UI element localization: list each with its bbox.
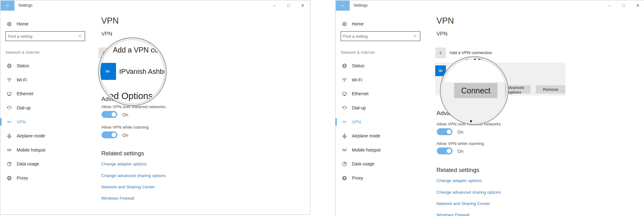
nav-label: Airplane mode	[352, 133, 380, 138]
sidebar-item-home[interactable]: Home	[0, 19, 92, 29]
metered-toggle[interactable]	[102, 111, 117, 118]
magnified-add-vpn-label: Add a VPN connection	[113, 46, 164, 54]
search-box[interactable]	[5, 31, 85, 41]
titlebar: Settings – □ ✕	[0, 0, 310, 11]
back-arrow-icon	[340, 3, 346, 8]
nav-label: Wi-Fi	[17, 77, 27, 82]
dialup-icon	[342, 105, 347, 111]
link-change-advanced-sharing[interactable]: Change advanced sharing options	[436, 190, 501, 195]
magnifier-content: Add a VPN connection IPVanish Ashburn Ad…	[100, 40, 164, 104]
back-button[interactable]	[336, 1, 350, 11]
search-input[interactable]	[6, 34, 77, 39]
sidebar-item-mobile-hotspot[interactable]: Mobile hotspot	[0, 143, 92, 157]
gear-icon	[342, 21, 347, 27]
sidebar-item-status[interactable]: Status	[336, 59, 427, 73]
sidebar-item-ethernet[interactable]: Ethernet	[336, 87, 427, 101]
sidebar-item-proxy[interactable]: Proxy	[0, 171, 92, 185]
nav-label: Data usage	[352, 161, 375, 166]
sidebar-item-wifi[interactable]: Wi-Fi	[0, 73, 92, 87]
nav-label: Ethernet	[17, 91, 33, 96]
roaming-toggle[interactable]	[437, 147, 452, 154]
sidebar-section-label: Network & Internet	[341, 50, 375, 55]
titlebar: Settings – □ ✕	[336, 0, 644, 11]
related-settings-heading: Related settings	[101, 150, 144, 157]
minimize-icon: –	[273, 3, 275, 8]
roaming-toggle-label: Allow VPN while roaming	[101, 125, 149, 130]
search-box[interactable]	[341, 31, 420, 41]
dialup-icon	[7, 105, 12, 111]
nav-label: Dial-up	[17, 105, 31, 110]
sidebar-nav: Status Wi-Fi Ethernet Dial-up VPN Airpla…	[0, 59, 92, 185]
link-change-adapter-options[interactable]: Change adapter options	[436, 178, 482, 183]
sidebar-item-data-usage[interactable]: Data usage	[336, 157, 427, 171]
search-icon	[77, 34, 83, 38]
link-windows-firewall[interactable]: Windows Firewall	[436, 213, 469, 216]
sidebar-item-proxy[interactable]: Proxy	[336, 171, 427, 185]
close-button[interactable]: ✕	[631, 0, 644, 11]
window-controls: – □ ✕	[602, 0, 644, 11]
roaming-toggle-state: On	[122, 133, 128, 138]
add-vpn-button[interactable]: +	[435, 47, 446, 58]
hotspot-icon	[342, 147, 347, 152]
wifi-icon	[342, 77, 347, 82]
sidebar: Home Network & Internet Status Wi-Fi Eth…	[0, 11, 92, 214]
vpn-icon	[438, 67, 443, 74]
minimize-icon: –	[608, 3, 611, 8]
sidebar-item-home[interactable]: Home	[336, 19, 427, 29]
magnified-connection-name: IPVanish Ashburn	[463, 59, 504, 62]
sidebar-item-dialup[interactable]: Dial-up	[336, 101, 427, 115]
home-label: Home	[352, 21, 364, 26]
magnifier-circle-left: Add a VPN connection IPVanish Ashburn Ad…	[99, 38, 166, 105]
window-controls: – □ ✕	[267, 0, 310, 11]
magnified-connection-name[interactable]: IPVanish Ashburn	[119, 68, 164, 76]
sidebar-item-mobile-hotspot[interactable]: Mobile hotspot	[336, 143, 427, 157]
maximize-button[interactable]: □	[617, 0, 631, 11]
magnified-connect-button[interactable]: Connect	[454, 83, 497, 98]
sidebar-item-data-usage[interactable]: Data usage	[0, 157, 92, 171]
magnified-connection-name-fragment: IPVanish Ashburn	[463, 59, 504, 62]
globe-status-icon	[7, 63, 12, 69]
window-title: Settings	[18, 3, 32, 8]
sidebar-item-vpn[interactable]: VPN	[0, 115, 92, 129]
sidebar-item-dialup[interactable]: Dial-up	[0, 101, 92, 115]
close-button[interactable]: ✕	[296, 0, 310, 11]
maximize-icon: □	[287, 3, 290, 8]
add-vpn-label[interactable]: Add a VPN connection	[449, 50, 492, 55]
link-network-sharing-center[interactable]: Network and Sharing Center	[436, 201, 490, 206]
minimize-button[interactable]: –	[602, 0, 617, 11]
link-network-sharing-center[interactable]: Network and Sharing Center	[101, 185, 155, 189]
nav-label: Ethernet	[352, 91, 369, 96]
search-input[interactable]	[341, 34, 413, 39]
roaming-toggle[interactable]	[102, 131, 117, 138]
metered-toggle[interactable]	[437, 128, 452, 135]
sidebar-item-status[interactable]: Status	[0, 59, 92, 73]
link-change-advanced-sharing[interactable]: Change advanced sharing options	[101, 173, 166, 178]
maximize-button[interactable]: □	[281, 0, 296, 11]
link-windows-firewall[interactable]: Windows Firewall	[101, 196, 134, 201]
sidebar-item-vpn[interactable]: VPN	[336, 115, 427, 129]
proxy-icon	[342, 175, 347, 181]
sidebar-item-wifi[interactable]: Wi-Fi	[336, 73, 427, 87]
vpn-icon	[342, 119, 347, 125]
datausage-icon	[342, 161, 347, 167]
sidebar-item-ethernet[interactable]: Ethernet	[0, 87, 92, 101]
nav-label: Mobile hotspot	[352, 147, 380, 152]
back-button[interactable]	[1, 1, 14, 11]
nav-label: Status	[17, 63, 29, 68]
related-settings-heading: Related settings	[436, 167, 479, 174]
link-change-adapter-options[interactable]: Change adapter options	[101, 162, 147, 166]
nav-label: Proxy	[17, 175, 28, 180]
sidebar-item-airplane-mode[interactable]: Airplane mode	[336, 129, 427, 143]
minimize-button[interactable]: –	[267, 0, 281, 11]
metered-toggle-state: On	[458, 130, 464, 135]
remove-button[interactable]: Remove	[536, 85, 565, 93]
sidebar-nav: Status Wi-Fi Ethernet Dial-up VPN Airpla…	[336, 59, 427, 185]
hotspot-icon	[7, 147, 12, 152]
datausage-icon	[7, 161, 12, 167]
back-arrow-icon	[5, 3, 10, 8]
nav-label: Status	[352, 63, 364, 68]
gear-icon	[7, 21, 12, 27]
sidebar-item-airplane-mode[interactable]: Airplane mode	[0, 129, 92, 143]
metered-toggle-state: On	[122, 112, 128, 117]
close-icon: ✕	[636, 3, 640, 8]
